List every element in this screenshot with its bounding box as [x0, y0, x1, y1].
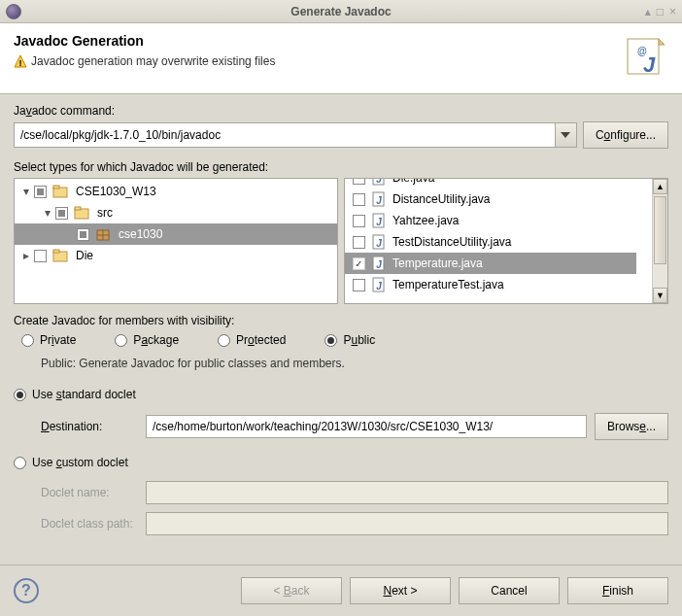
file-row[interactable]: JTestDistanceUtility.java	[345, 231, 636, 253]
javadoc-icon: @ J	[622, 33, 668, 80]
checkbox[interactable]	[353, 179, 365, 185]
titlebar: Generate Javadoc ▴ □ ×	[0, 0, 682, 23]
tree-label: Die	[76, 249, 93, 262]
cancel-button[interactable]: Cancel	[459, 577, 560, 604]
checkbox[interactable]	[77, 228, 89, 241]
doclet-class-label: Doclet class path:	[41, 517, 138, 530]
checkbox[interactable]	[34, 250, 47, 262]
maximize-button[interactable]: □	[657, 5, 664, 18]
file-list[interactable]: JDie.javaJDistanceUtility.javaJYahtzee.j…	[344, 178, 668, 304]
configure-button[interactable]: Configure...	[583, 121, 668, 149]
java-file-icon: J	[371, 277, 387, 292]
file-row[interactable]: JYahtzee.java	[345, 210, 636, 231]
visibility-label: Create Javadoc for members with visibili…	[14, 314, 668, 327]
warning-icon: !	[14, 54, 27, 68]
project-tree[interactable]: ▾CSE1030_W13▾srccse1030▸Die	[14, 178, 338, 304]
next-button[interactable]: Next >	[350, 577, 451, 604]
tree-row[interactable]: cse1030	[15, 223, 337, 245]
svg-text:J: J	[376, 259, 382, 270]
file-row[interactable]: JTemperatureTest.java	[345, 274, 636, 295]
visibility-private[interactable]: Private	[21, 333, 76, 347]
doclet-class-input	[146, 512, 668, 535]
file-label: TemperatureTest.java	[392, 278, 504, 291]
close-button[interactable]: ×	[669, 5, 676, 18]
javadoc-command-label: Javadoc command:	[14, 104, 668, 118]
tree-row[interactable]: ▸Die	[15, 245, 337, 266]
checkbox[interactable]	[353, 279, 365, 291]
doclet-name-label: Doclet name:	[41, 486, 138, 499]
svg-text:J: J	[376, 179, 382, 185]
svg-rect-15	[53, 250, 59, 253]
javadoc-command-input[interactable]	[15, 123, 555, 147]
file-row[interactable]: ✓JTemperature.java	[345, 253, 636, 274]
svg-text:J: J	[643, 52, 656, 77]
wizard-footer: ? < Back Next > Cancel Finish	[0, 565, 682, 616]
doclet-name-input	[146, 481, 668, 504]
file-row[interactable]: JDistanceUtility.java	[345, 188, 636, 210]
project-icon	[52, 248, 68, 263]
visibility-package[interactable]: Package	[115, 333, 179, 347]
expand-icon[interactable]: ▾	[42, 206, 53, 220]
javadoc-command-combo[interactable]	[14, 122, 577, 148]
scroll-up-icon[interactable]: ▲	[653, 179, 667, 194]
back-button[interactable]: < Back	[241, 577, 342, 604]
visibility-public[interactable]: Public	[324, 333, 375, 347]
java-file-icon: J	[371, 191, 387, 207]
file-row[interactable]: JDie.java	[345, 179, 636, 188]
svg-text:J: J	[376, 195, 382, 206]
checkbox[interactable]	[353, 193, 365, 206]
visibility-protected[interactable]: Protected	[218, 333, 286, 347]
project-icon	[52, 184, 68, 199]
standard-doclet-radio[interactable]: Use standard doclet	[14, 384, 668, 405]
scrollbar[interactable]: ▲ ▼	[652, 179, 667, 303]
svg-marker-3	[659, 39, 665, 45]
destination-input[interactable]	[146, 415, 587, 438]
package-icon	[95, 226, 111, 242]
select-types-label: Select types for which Javadoc will be g…	[14, 160, 668, 174]
file-label: Die.java	[392, 179, 434, 185]
browse-button[interactable]: Browse...	[595, 413, 668, 440]
file-label: TestDistanceUtility.java	[392, 235, 511, 249]
scroll-thumb[interactable]	[654, 196, 666, 264]
checkbox[interactable]: ✓	[353, 257, 365, 270]
svg-text:J: J	[376, 217, 382, 227]
svg-marker-6	[561, 132, 570, 138]
java-file-icon: J	[371, 179, 387, 186]
finish-button[interactable]: Finish	[567, 577, 668, 604]
file-label: Yahtzee.java	[392, 214, 460, 227]
help-button[interactable]: ?	[14, 578, 39, 603]
tree-label: CSE1030_W13	[76, 185, 156, 198]
svg-text:!: !	[19, 58, 22, 68]
visibility-description: Public: Generate Javadoc for public clas…	[14, 347, 668, 380]
java-file-icon: J	[371, 234, 387, 250]
svg-text:J: J	[376, 238, 382, 249]
wizard-title: Javadoc Generation	[14, 33, 275, 49]
destination-label: Destination:	[41, 420, 138, 433]
checkbox[interactable]	[353, 215, 365, 227]
app-icon	[6, 4, 21, 19]
tree-label: src	[97, 206, 113, 220]
svg-rect-10	[75, 207, 81, 210]
expand-icon[interactable]: ▸	[20, 249, 32, 262]
java-file-icon: J	[371, 256, 387, 271]
java-file-icon: J	[371, 213, 387, 228]
file-label: DistanceUtility.java	[392, 192, 490, 206]
custom-doclet-radio[interactable]: Use custom doclet	[14, 452, 668, 473]
wizard-header: Javadoc Generation ! Javadoc generation …	[0, 23, 682, 94]
folder-icon	[74, 205, 89, 221]
checkbox[interactable]	[34, 186, 47, 198]
expand-icon[interactable]: ▾	[20, 185, 32, 198]
scroll-down-icon[interactable]: ▼	[653, 288, 667, 303]
file-label: Temperature.java	[392, 257, 483, 270]
wizard-warning: Javadoc generation may overwrite existin…	[31, 54, 275, 68]
tree-row[interactable]: ▾src	[15, 202, 337, 223]
svg-text:J: J	[376, 281, 382, 291]
tree-row[interactable]: ▾CSE1030_W13	[15, 181, 337, 202]
dropdown-icon[interactable]	[555, 123, 576, 147]
checkbox[interactable]	[55, 207, 68, 220]
svg-rect-8	[53, 186, 59, 188]
tree-label: cse1030	[119, 227, 162, 241]
checkbox[interactable]	[353, 236, 365, 249]
window-title: Generate Javadoc	[0, 5, 682, 18]
minimize-button[interactable]: ▴	[645, 5, 651, 18]
